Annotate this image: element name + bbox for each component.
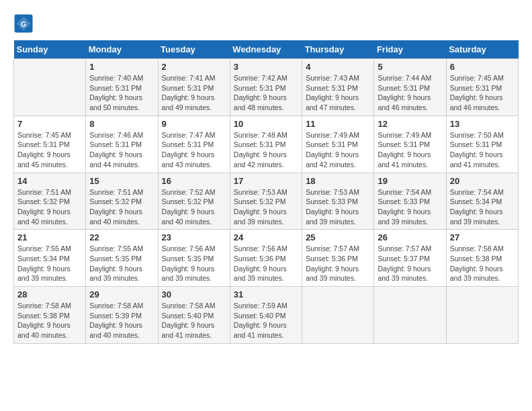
calendar-cell: 6Sunrise: 7:45 AM Sunset: 5:31 PM Daylig…: [446, 59, 518, 116]
logo: G: [13, 13, 36, 34]
calendar-cell: 12Sunrise: 7:49 AM Sunset: 5:31 PM Dayli…: [374, 116, 446, 173]
day-number: 22: [89, 232, 154, 242]
calendar-table: SundayMondayTuesdayWednesdayThursdayFrid…: [13, 40, 519, 344]
calendar-cell: 3Sunrise: 7:42 AM Sunset: 5:31 PM Daylig…: [230, 59, 302, 116]
week-row-1: 1Sunrise: 7:40 AM Sunset: 5:31 PM Daylig…: [14, 59, 519, 116]
calendar-cell: 19Sunrise: 7:54 AM Sunset: 5:33 PM Dayli…: [374, 173, 446, 230]
day-number: 12: [378, 119, 442, 129]
day-number: 15: [89, 176, 154, 186]
day-number: 1: [89, 62, 154, 72]
day-content: Sunrise: 7:46 AM Sunset: 5:31 PM Dayligh…: [89, 130, 154, 170]
day-content: Sunrise: 7:42 AM Sunset: 5:31 PM Dayligh…: [234, 73, 298, 113]
calendar-cell: [302, 287, 374, 344]
calendar-cell: [446, 287, 518, 344]
day-content: Sunrise: 7:51 AM Sunset: 5:32 PM Dayligh…: [89, 187, 154, 227]
day-number: 27: [450, 232, 515, 242]
calendar-cell: 28Sunrise: 7:58 AM Sunset: 5:38 PM Dayli…: [14, 287, 86, 344]
day-content: Sunrise: 7:56 AM Sunset: 5:35 PM Dayligh…: [162, 244, 226, 283]
calendar-cell: 1Sunrise: 7:40 AM Sunset: 5:31 PM Daylig…: [86, 59, 158, 116]
calendar-cell: 24Sunrise: 7:56 AM Sunset: 5:36 PM Dayli…: [230, 230, 302, 287]
day-content: Sunrise: 7:53 AM Sunset: 5:32 PM Dayligh…: [234, 187, 298, 227]
weekday-header-saturday: Saturday: [446, 40, 518, 59]
day-content: Sunrise: 7:40 AM Sunset: 5:31 PM Dayligh…: [89, 73, 154, 113]
day-number: 26: [378, 232, 442, 242]
calendar-cell: 11Sunrise: 7:49 AM Sunset: 5:31 PM Dayli…: [302, 116, 374, 173]
day-content: Sunrise: 7:55 AM Sunset: 5:35 PM Dayligh…: [89, 244, 154, 283]
calendar-cell: 14Sunrise: 7:51 AM Sunset: 5:32 PM Dayli…: [14, 173, 86, 230]
page-header: G: [13, 13, 519, 34]
day-number: 9: [162, 119, 226, 129]
day-content: Sunrise: 7:54 AM Sunset: 5:34 PM Dayligh…: [450, 187, 515, 227]
day-number: 21: [17, 232, 82, 242]
weekday-header-sunday: Sunday: [14, 40, 86, 59]
day-content: Sunrise: 7:59 AM Sunset: 5:40 PM Dayligh…: [234, 301, 298, 340]
day-number: 20: [450, 176, 515, 186]
day-content: Sunrise: 7:58 AM Sunset: 5:40 PM Dayligh…: [162, 301, 226, 340]
calendar-cell: 2Sunrise: 7:41 AM Sunset: 5:31 PM Daylig…: [158, 59, 230, 116]
day-number: 8: [89, 119, 154, 129]
calendar-cell: 27Sunrise: 7:58 AM Sunset: 5:38 PM Dayli…: [446, 230, 518, 287]
day-content: Sunrise: 7:48 AM Sunset: 5:31 PM Dayligh…: [234, 130, 298, 170]
day-content: Sunrise: 7:56 AM Sunset: 5:36 PM Dayligh…: [234, 244, 298, 283]
day-number: 6: [450, 62, 515, 72]
day-content: Sunrise: 7:51 AM Sunset: 5:32 PM Dayligh…: [17, 187, 82, 227]
calendar-cell: 7Sunrise: 7:45 AM Sunset: 5:31 PM Daylig…: [14, 116, 86, 173]
day-content: Sunrise: 7:58 AM Sunset: 5:39 PM Dayligh…: [89, 301, 154, 340]
day-number: 14: [17, 176, 82, 186]
day-number: 29: [89, 289, 154, 300]
day-content: Sunrise: 7:50 AM Sunset: 5:31 PM Dayligh…: [450, 130, 515, 170]
calendar-cell: 18Sunrise: 7:53 AM Sunset: 5:33 PM Dayli…: [302, 173, 374, 230]
day-content: Sunrise: 7:49 AM Sunset: 5:31 PM Dayligh…: [306, 130, 370, 170]
day-number: 24: [234, 232, 298, 242]
week-row-2: 7Sunrise: 7:45 AM Sunset: 5:31 PM Daylig…: [14, 116, 519, 173]
week-row-3: 14Sunrise: 7:51 AM Sunset: 5:32 PM Dayli…: [14, 173, 519, 230]
day-number: 17: [234, 176, 298, 186]
weekday-header-tuesday: Tuesday: [158, 40, 230, 59]
day-number: 31: [234, 289, 298, 300]
day-content: Sunrise: 7:54 AM Sunset: 5:33 PM Dayligh…: [378, 187, 442, 227]
calendar-cell: 26Sunrise: 7:57 AM Sunset: 5:37 PM Dayli…: [374, 230, 446, 287]
day-content: Sunrise: 7:58 AM Sunset: 5:38 PM Dayligh…: [17, 301, 82, 340]
day-number: 3: [234, 62, 298, 72]
day-number: 11: [306, 119, 370, 129]
weekday-header-friday: Friday: [374, 40, 446, 59]
calendar-cell: 16Sunrise: 7:52 AM Sunset: 5:32 PM Dayli…: [158, 173, 230, 230]
weekday-header-monday: Monday: [86, 40, 158, 59]
calendar-cell: 17Sunrise: 7:53 AM Sunset: 5:32 PM Dayli…: [230, 173, 302, 230]
day-content: Sunrise: 7:53 AM Sunset: 5:33 PM Dayligh…: [306, 187, 370, 227]
calendar-cell: 25Sunrise: 7:57 AM Sunset: 5:36 PM Dayli…: [302, 230, 374, 287]
day-content: Sunrise: 7:55 AM Sunset: 5:34 PM Dayligh…: [17, 244, 82, 283]
day-number: 25: [306, 232, 370, 242]
day-content: Sunrise: 7:57 AM Sunset: 5:37 PM Dayligh…: [378, 244, 442, 283]
day-number: 16: [162, 176, 226, 186]
day-content: Sunrise: 7:58 AM Sunset: 5:38 PM Dayligh…: [450, 244, 515, 283]
calendar-cell: [374, 287, 446, 344]
logo-icon: G: [13, 13, 34, 34]
day-number: 18: [306, 176, 370, 186]
calendar-cell: 31Sunrise: 7:59 AM Sunset: 5:40 PM Dayli…: [230, 287, 302, 344]
calendar-cell: 30Sunrise: 7:58 AM Sunset: 5:40 PM Dayli…: [158, 287, 230, 344]
calendar-cell: 21Sunrise: 7:55 AM Sunset: 5:34 PM Dayli…: [14, 230, 86, 287]
day-content: Sunrise: 7:45 AM Sunset: 5:31 PM Dayligh…: [17, 130, 82, 170]
day-number: 13: [450, 119, 515, 129]
calendar-cell: 20Sunrise: 7:54 AM Sunset: 5:34 PM Dayli…: [446, 173, 518, 230]
day-content: Sunrise: 7:49 AM Sunset: 5:31 PM Dayligh…: [378, 130, 442, 170]
day-content: Sunrise: 7:52 AM Sunset: 5:32 PM Dayligh…: [162, 187, 226, 227]
calendar-cell: 10Sunrise: 7:48 AM Sunset: 5:31 PM Dayli…: [230, 116, 302, 173]
day-content: Sunrise: 7:43 AM Sunset: 5:31 PM Dayligh…: [306, 73, 370, 113]
day-number: 28: [17, 289, 82, 300]
calendar-cell: 15Sunrise: 7:51 AM Sunset: 5:32 PM Dayli…: [86, 173, 158, 230]
day-content: Sunrise: 7:41 AM Sunset: 5:31 PM Dayligh…: [162, 73, 226, 113]
day-number: 23: [162, 232, 226, 242]
week-row-4: 21Sunrise: 7:55 AM Sunset: 5:34 PM Dayli…: [14, 230, 519, 287]
day-content: Sunrise: 7:45 AM Sunset: 5:31 PM Dayligh…: [450, 73, 515, 113]
calendar-cell: [14, 59, 86, 116]
weekday-header-wednesday: Wednesday: [230, 40, 302, 59]
calendar-cell: 29Sunrise: 7:58 AM Sunset: 5:39 PM Dayli…: [86, 287, 158, 344]
calendar-cell: 5Sunrise: 7:44 AM Sunset: 5:31 PM Daylig…: [374, 59, 446, 116]
svg-text:G: G: [21, 20, 26, 28]
calendar-cell: 13Sunrise: 7:50 AM Sunset: 5:31 PM Dayli…: [446, 116, 518, 173]
week-row-5: 28Sunrise: 7:58 AM Sunset: 5:38 PM Dayli…: [14, 287, 519, 344]
day-content: Sunrise: 7:47 AM Sunset: 5:31 PM Dayligh…: [162, 130, 226, 170]
day-number: 5: [378, 62, 442, 72]
